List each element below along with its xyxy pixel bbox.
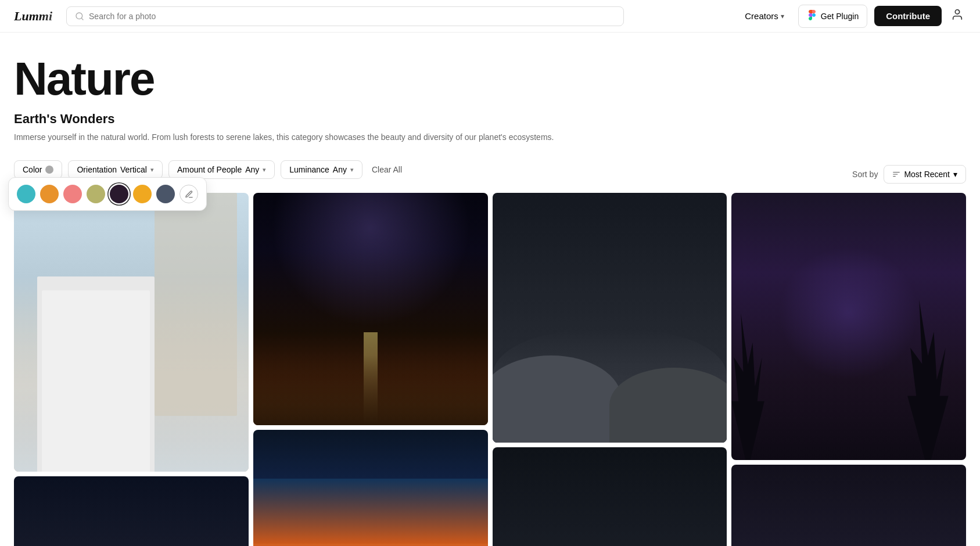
creators-button[interactable]: Creators ▾ [738, 6, 791, 26]
contribute-button[interactable]: Contribute [874, 6, 942, 26]
photo-column-4 [731, 193, 966, 546]
orientation-chevron-icon: ▾ [150, 166, 154, 174]
swatch-pink[interactable] [63, 185, 82, 203]
search-input[interactable] [89, 12, 615, 21]
page-description: Immerse yourself in the natural world. F… [14, 132, 572, 142]
color-filter-button[interactable]: Color [14, 160, 62, 179]
swatch-amber[interactable] [133, 185, 152, 203]
color-picker-dropdown [8, 177, 207, 211]
swatch-teal[interactable] [17, 185, 35, 203]
sort-chevron-icon: ▾ [953, 170, 957, 179]
color-filter-label: Color [23, 165, 42, 174]
photo-card[interactable] [731, 465, 966, 546]
sort-button[interactable]: Most Recent ▾ [884, 165, 966, 184]
svg-point-2 [955, 10, 959, 14]
photo-column-1 [14, 193, 249, 546]
color-filter-dot [45, 166, 53, 174]
svg-line-1 [81, 18, 83, 20]
creators-label: Creators [745, 11, 778, 21]
get-plugin-button[interactable]: Get Plugin [798, 5, 867, 28]
photo-column-3 [493, 193, 727, 546]
swatch-slate[interactable] [156, 185, 175, 203]
sort-value: Most Recent [904, 170, 950, 179]
search-icon [75, 12, 84, 21]
luminance-chevron-icon: ▾ [350, 166, 354, 174]
figma-icon [807, 10, 817, 23]
search-bar [66, 6, 624, 26]
photo-card[interactable] [253, 193, 488, 425]
photo-column-2 [253, 193, 488, 546]
orientation-filter-button[interactable]: Orientation Vertical ▾ [68, 160, 162, 179]
people-value: Any [245, 165, 259, 174]
swatch-dark-purple[interactable] [110, 185, 128, 203]
photo-card[interactable] [493, 193, 727, 443]
people-filter-button[interactable]: Amount of People Any ▾ [168, 160, 275, 179]
main-header: Lummi Creators ▾ Get Plugin [0, 0, 980, 33]
clear-all-button[interactable]: Clear All [368, 161, 405, 178]
header-right: Creators ▾ Get Plugin Contribute [738, 5, 966, 28]
page-title: Nature [14, 56, 966, 102]
plugin-label: Get Plugin [821, 12, 859, 21]
sort-row: Sort by Most Recent ▾ [852, 165, 966, 184]
user-icon[interactable] [949, 6, 966, 26]
people-label: Amount of People [177, 165, 242, 174]
photo-card[interactable] [14, 193, 249, 472]
photo-card[interactable] [14, 476, 249, 546]
chevron-down-icon: ▾ [781, 12, 784, 20]
sort-label: Sort by [852, 170, 878, 179]
people-chevron-icon: ▾ [263, 166, 266, 174]
orientation-value: Vertical [120, 165, 147, 174]
filter-buttons: Color Orientation Vertical ▾ Amount of P… [14, 160, 405, 179]
orientation-label: Orientation [77, 165, 116, 174]
page-content: Nature Earth's Wonders Immerse yourself … [0, 33, 980, 546]
swatch-olive[interactable] [87, 185, 105, 203]
luminance-label: Luminance [289, 165, 329, 174]
photo-card[interactable] [253, 430, 488, 546]
swatch-orange[interactable] [40, 185, 59, 203]
photo-card[interactable] [731, 193, 966, 460]
luminance-value: Any [333, 165, 347, 174]
luminance-filter-button[interactable]: Luminance Any ▾ [281, 160, 362, 179]
page-subtitle: Earth's Wonders [14, 112, 966, 127]
photo-card[interactable] [493, 447, 727, 546]
sort-icon [892, 170, 900, 178]
custom-color-picker[interactable] [180, 185, 198, 203]
photo-grid [14, 193, 966, 546]
logo[interactable]: Lummi [14, 9, 52, 24]
